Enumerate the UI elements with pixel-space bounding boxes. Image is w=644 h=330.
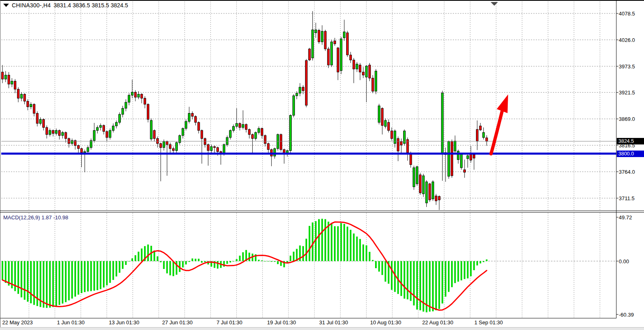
candle-body: [365, 66, 367, 77]
trend-arrow-shaft[interactable]: [491, 111, 502, 154]
macd-histogram-bar: [24, 261, 26, 300]
macd-histogram-bar: [116, 261, 117, 277]
candle-body: [150, 120, 152, 139]
chart-title: CHINA300-,H4 3831.4 3836.5 3815.5 3824.5: [3, 2, 128, 9]
macd-histogram-bar: [49, 261, 51, 308]
macd-histogram-bar: [141, 249, 142, 261]
candle-body: [236, 123, 238, 126]
macd-histogram-bar: [233, 261, 234, 262]
macd-histogram-bar: [201, 261, 203, 263]
candle-body: [293, 96, 295, 115]
candle-body: [210, 146, 212, 151]
candle-body: [410, 154, 412, 165]
time-axis-label: 1 Jun 01:30: [57, 319, 85, 326]
candle-body: [14, 81, 16, 89]
candle-body: [394, 131, 396, 144]
candle-body: [312, 30, 314, 58]
macd-histogram-bar: [445, 261, 446, 297]
candle-body: [340, 39, 342, 71]
candle-body: [223, 144, 225, 153]
candle-body: [419, 175, 421, 193]
candle-body: [343, 32, 345, 38]
candle-body: [264, 135, 266, 144]
macd-histogram-bar: [169, 261, 171, 275]
time-axis-label: 31 Jul 01:30: [319, 319, 348, 326]
candle-body: [356, 64, 358, 69]
macd-histogram-bar: [274, 261, 275, 262]
candle-body: [232, 127, 234, 131]
candle-body: [267, 144, 269, 150]
macd-histogram-bar: [109, 261, 111, 283]
candle-body: [429, 184, 431, 200]
candle-body: [122, 108, 124, 114]
candle-body: [473, 155, 475, 158]
candle-body: [302, 87, 304, 91]
support-line-price-tag[interactable]: 3800.0: [617, 151, 644, 157]
macd-histogram-bar: [439, 261, 440, 309]
price-axis-label: 3921.5: [619, 90, 635, 96]
candle-body: [476, 129, 478, 141]
macd-histogram-bar: [413, 261, 415, 306]
candle-body: [277, 135, 279, 149]
macd-histogram-bar: [217, 261, 218, 269]
macd-histogram-bar: [185, 261, 187, 264]
macd-histogram-bar: [343, 224, 345, 261]
macd-histogram-bar: [451, 261, 453, 287]
macd-histogram-bar: [457, 261, 459, 282]
macd-histogram-bar: [293, 252, 295, 261]
candle-body: [296, 93, 298, 96]
candle-body: [96, 127, 98, 130]
candle-body: [242, 125, 244, 127]
candle-body: [46, 127, 48, 134]
price-axis-label: 4078.5: [619, 11, 635, 17]
candle-body: [280, 135, 282, 150]
trend-arrow-head[interactable]: [497, 94, 508, 113]
macd-histogram-bar: [356, 236, 358, 261]
macd-histogram-bar: [464, 261, 465, 279]
candle-body: [404, 131, 406, 144]
candle-body: [27, 101, 29, 107]
candle-body: [33, 104, 35, 113]
macd-histogram-bar: [375, 261, 377, 268]
candle-body: [4, 75, 7, 79]
candle-body: [11, 81, 13, 84]
macd-histogram-bar: [341, 223, 342, 261]
candle-body: [36, 114, 38, 124]
macd-histogram-bar: [62, 261, 63, 304]
macd-histogram-bar: [74, 261, 76, 297]
macd-histogram-bar: [325, 219, 326, 261]
macd-axis-label: 0.00: [619, 258, 629, 264]
candle-body: [334, 41, 336, 44]
macd-histogram-bar: [96, 261, 98, 290]
candle-body: [308, 49, 310, 60]
candle-body: [144, 98, 146, 104]
candle-body: [438, 197, 440, 200]
candle-body: [198, 122, 200, 131]
candle-body: [17, 89, 19, 98]
macd-histogram-bar: [229, 261, 231, 262]
macd-histogram-bar: [435, 261, 437, 310]
macd-histogram-bar: [147, 245, 149, 261]
macd-histogram-bar: [337, 226, 339, 261]
candle-body: [179, 135, 181, 142]
candle-body: [391, 131, 393, 139]
macd-histogram-bar: [369, 252, 371, 261]
macd-histogram-bar: [378, 261, 380, 272]
candle-body: [217, 148, 219, 152]
macd-histogram-bar: [157, 256, 158, 261]
macd-histogram-bar: [226, 261, 228, 264]
price-axis-label: 3764.0: [619, 169, 635, 175]
candle-body: [141, 94, 143, 98]
candle-body: [362, 72, 364, 75]
price-axis-label: 3869.0: [619, 116, 635, 122]
candle-body: [441, 93, 443, 153]
candle-body: [435, 196, 437, 201]
candle-body: [65, 133, 67, 139]
candle-body: [157, 138, 159, 143]
candle-body: [321, 31, 323, 42]
macd-histogram-bar: [347, 227, 348, 261]
macd-histogram-bar: [5, 261, 7, 283]
macd-histogram-bar: [172, 261, 174, 276]
candle-body: [349, 55, 351, 60]
chart-canvas[interactable]: [0, 0, 644, 330]
